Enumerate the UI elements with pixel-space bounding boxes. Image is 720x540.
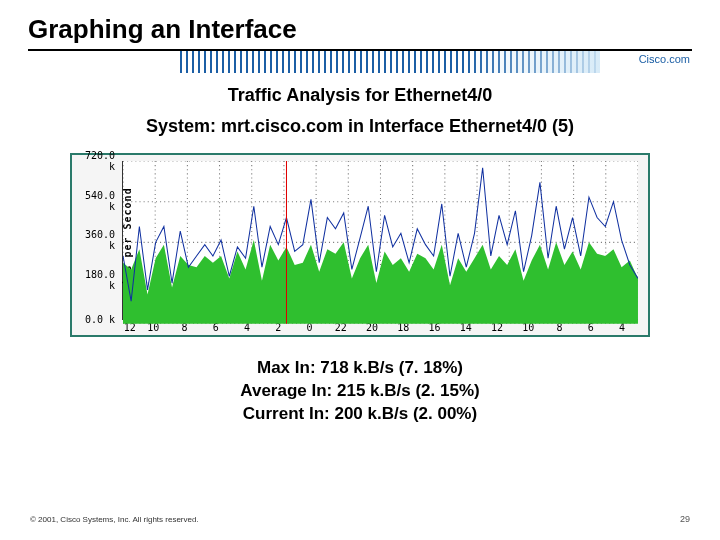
stat-average: Average In: 215 k.B/s (2. 15%) xyxy=(0,380,720,403)
chart-frame: Bits per Second 720.0 k540.0 k360.0 k180… xyxy=(70,153,650,337)
stats-block: Max In: 718 k.B/s (7. 18%) Average In: 2… xyxy=(0,357,720,426)
chart-subtitle: Traffic Analysis for Ethernet4/0 xyxy=(0,85,720,106)
stat-current: Current In: 200 k.B/s (2. 00%) xyxy=(0,403,720,426)
copyright: © 2001, Cisco Systems, Inc. All rights r… xyxy=(30,515,199,524)
stat-max: Max In: 718 k.B/s (7. 18%) xyxy=(0,357,720,380)
system-line: System: mrt.cisco.com in Interface Ether… xyxy=(0,116,720,137)
brand-bar: Cisco.com xyxy=(0,51,720,79)
page-title: Graphing an Interface xyxy=(0,0,720,49)
brand-label: Cisco.com xyxy=(639,53,690,65)
traffic-chart: Bits per Second 720.0 k540.0 k360.0 k180… xyxy=(122,161,638,320)
y-ticks: 720.0 k540.0 k360.0 k180.0 k0.0 k xyxy=(75,161,119,319)
footer: © 2001, Cisco Systems, Inc. All rights r… xyxy=(30,515,690,524)
stripe-graphic xyxy=(180,51,600,73)
plot-svg xyxy=(123,161,638,324)
page-number: 29 xyxy=(680,514,690,524)
